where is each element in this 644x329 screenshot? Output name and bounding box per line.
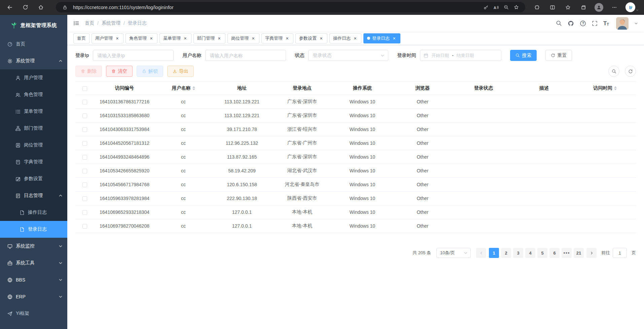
sidebar-item-menu[interactable]: 菜单管理	[0, 103, 67, 120]
page-button-4[interactable]: 4	[525, 248, 535, 258]
sidebar-item-operlog[interactable]: 操作日志	[0, 204, 67, 221]
sidebar-item-system[interactable]: 系统管理	[0, 53, 67, 69]
collapse-sidebar-icon[interactable]	[73, 20, 79, 26]
favorites-icon[interactable]	[562, 2, 574, 13]
sidebar-item-log[interactable]: 日志管理	[0, 187, 67, 204]
toggle-search-button[interactable]	[608, 66, 619, 77]
row-checkbox[interactable]	[82, 169, 87, 173]
clear-button[interactable]: 清空	[106, 66, 133, 77]
tab-close-icon[interactable]: ×	[115, 36, 120, 41]
sidebar-item-param[interactable]: 参数设置	[0, 170, 67, 187]
app-logo[interactable]: 意框架管理系统	[0, 15, 67, 36]
question-icon[interactable]: ?	[580, 20, 586, 27]
breadcrumb-item[interactable]: 系统管理	[102, 20, 120, 26]
goto-page-input[interactable]	[613, 248, 627, 258]
sidebar-item-monitor[interactable]: 系统监控	[0, 238, 67, 255]
search-icon[interactable]	[556, 20, 562, 26]
row-checkbox[interactable]	[82, 155, 87, 160]
date-range-picker[interactable]: 开始日期 - 结束日期	[420, 50, 501, 61]
tab-操作日志[interactable]: 操作日志×	[329, 33, 361, 43]
tab-菜单管理[interactable]: 菜单管理×	[159, 33, 191, 43]
unlock-button[interactable]: 解锁	[137, 66, 163, 77]
tab-close-icon[interactable]: ×	[251, 36, 256, 41]
browser-refresh-button[interactable]	[20, 2, 31, 13]
page-button-6[interactable]: 6	[549, 248, 560, 258]
tab-close-icon[interactable]: ×	[353, 36, 358, 41]
tab-close-icon[interactable]: ×	[319, 36, 324, 41]
sidebar-item-user[interactable]: 用户管理	[0, 69, 67, 86]
page-ellipsis-button[interactable]: ●●●	[562, 248, 572, 258]
row-checkbox[interactable]	[82, 210, 87, 215]
profile-avatar[interactable]	[593, 2, 605, 13]
tab-close-icon[interactable]: ×	[183, 36, 188, 41]
delete-button[interactable]: 删除	[75, 66, 102, 77]
add-favorite-icon[interactable]	[511, 3, 521, 12]
row-checkbox[interactable]	[82, 127, 87, 132]
user-avatar[interactable]	[616, 17, 629, 30]
tab-参数设置[interactable]: 参数设置×	[295, 33, 327, 43]
sidebar-item-home[interactable]: 首页	[0, 36, 67, 53]
url-text[interactable]: https://ccnetcore.com:1101/system/log/lo…	[73, 5, 481, 10]
prev-page-button[interactable]	[476, 248, 486, 258]
status-select[interactable]: 登录状态	[308, 50, 388, 61]
row-checkbox[interactable]	[82, 196, 87, 201]
page-button-21[interactable]: 21	[574, 248, 584, 258]
row-checkbox[interactable]	[82, 183, 87, 187]
tab-close-icon[interactable]: ×	[285, 36, 290, 41]
page-button-5[interactable]: 5	[537, 248, 547, 258]
row-checkbox[interactable]	[82, 141, 87, 146]
sidebar-item-bbs[interactable]: BBS	[0, 271, 67, 288]
split-screen-icon[interactable]	[546, 2, 559, 13]
github-icon[interactable]	[568, 20, 574, 27]
row-checkbox[interactable]	[82, 224, 87, 229]
site-info-icon[interactable]	[60, 3, 70, 12]
row-checkbox[interactable]	[82, 100, 87, 104]
read-aloud-icon[interactable]: A	[491, 3, 501, 12]
column-header-用户名称[interactable]: 用户名称	[155, 81, 212, 95]
tab-close-icon[interactable]: ×	[392, 36, 397, 41]
tab-用户管理[interactable]: 用户管理×	[92, 33, 123, 43]
browser-back-button[interactable]	[4, 2, 15, 13]
export-button[interactable]: 导出	[167, 66, 194, 77]
tab-close-icon[interactable]: ×	[217, 36, 222, 41]
sidebar-item-erp[interactable]: ERP	[0, 288, 67, 305]
sidebar-item-dept[interactable]: 部门管理	[0, 120, 67, 137]
tab-首页[interactable]: 首页	[73, 33, 90, 43]
page-button-3[interactable]: 3	[513, 248, 523, 258]
sidebar-item-loginlog[interactable]: 登录日志	[0, 221, 67, 238]
next-page-button[interactable]	[586, 248, 597, 258]
reset-button[interactable]: 重置	[545, 50, 572, 61]
copilot-icon[interactable]: b	[625, 2, 639, 12]
sidebar-item-post[interactable]: 岗位管理	[0, 137, 67, 154]
page-size-select[interactable]: 10条/页	[436, 248, 471, 258]
caret-down-icon[interactable]	[634, 22, 638, 25]
page-button-2[interactable]: 2	[501, 248, 511, 258]
select-all-checkbox[interactable]	[82, 86, 87, 91]
more-icon[interactable]	[608, 2, 621, 13]
zoom-icon[interactable]	[501, 3, 511, 12]
address-bar[interactable]: https://ccnetcore.com:1101/system/log/lo…	[56, 2, 525, 12]
login-ip-input[interactable]	[93, 50, 174, 61]
sidebar-item-yiframe[interactable]: Yi框架	[0, 305, 67, 322]
sort-carets-icon[interactable]	[192, 86, 195, 90]
password-key-icon[interactable]	[481, 3, 491, 12]
collections-icon[interactable]	[577, 2, 590, 13]
browser-home-button[interactable]	[35, 2, 46, 13]
row-checkbox[interactable]	[82, 113, 87, 118]
username-input[interactable]	[205, 50, 286, 61]
tab-登录日志[interactable]: 登录日志×	[363, 33, 400, 43]
tab-字典管理[interactable]: 字典管理×	[261, 33, 293, 43]
font-size-icon[interactable]: TT	[603, 21, 609, 26]
column-header-访问时间[interactable]: 访问时间	[574, 81, 636, 95]
page-button-1[interactable]: 1	[489, 248, 499, 258]
refresh-table-button[interactable]	[625, 66, 636, 77]
sidebar-item-dict[interactable]: 字典管理	[0, 154, 67, 170]
sidebar-item-tools[interactable]: 系统工具	[0, 255, 67, 271]
breadcrumb-item[interactable]: 首页	[85, 20, 94, 26]
tab-岗位管理[interactable]: 岗位管理×	[227, 33, 259, 43]
sidebar-item-role[interactable]: 角色管理	[0, 86, 67, 103]
tab-角色管理[interactable]: 角色管理×	[126, 33, 157, 43]
sort-carets-icon[interactable]	[614, 86, 617, 90]
tab-部门管理[interactable]: 部门管理×	[193, 33, 225, 43]
extensions-icon[interactable]	[531, 2, 543, 13]
